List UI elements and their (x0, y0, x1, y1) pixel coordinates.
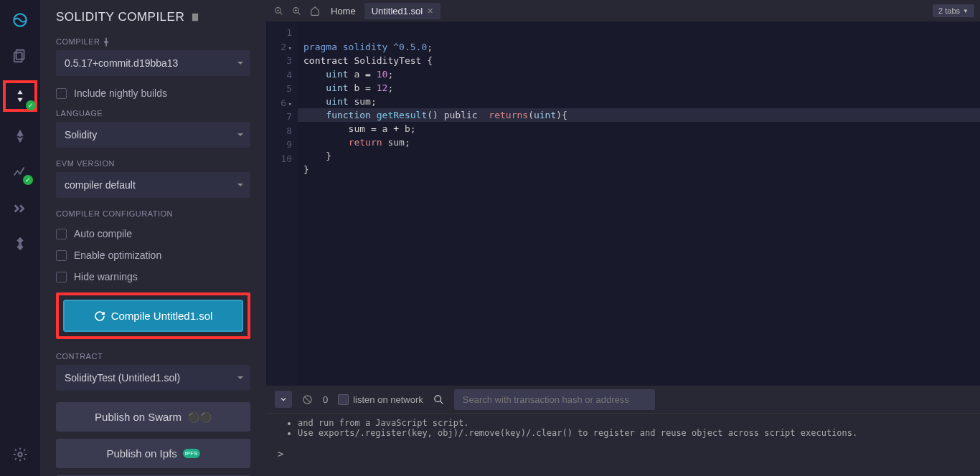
publish-ipfs-label: Publish on Ipfs (106, 447, 176, 460)
tabs-dropdown[interactable]: 2 tabs ▼ (933, 4, 974, 17)
terminal-toolbar: 0 listen on network (266, 386, 980, 413)
terminal-search-input[interactable] (454, 389, 655, 410)
settings-icon[interactable] (9, 443, 32, 466)
check-badge-icon: ✓ (26, 100, 36, 110)
evm-label: EVM VERSION (56, 159, 250, 168)
main-area: Home Untitled1.sol ✕ 2 tabs ▼ 12 ▾3456 ▾… (266, 0, 980, 476)
home-icon[interactable] (308, 6, 322, 16)
publish-swarm-button[interactable]: Publish on Swarm ⚫⚫ (56, 402, 250, 432)
editor-tabbar: Home Untitled1.sol ✕ 2 tabs ▼ (266, 0, 980, 22)
listen-label: listen on network (353, 394, 423, 405)
nightly-checkbox[interactable] (56, 88, 67, 99)
analysis-icon[interactable]: ✓ (9, 161, 32, 184)
contract-select[interactable]: SolidityTest (Untitled1.sol) (56, 365, 250, 391)
publish-ipfs-button[interactable]: Publish on Ipfs IPFS (56, 439, 250, 468)
autocompile-check-row[interactable]: Auto compile (56, 228, 250, 239)
home-tab[interactable]: Home (326, 6, 360, 16)
terminal-output: and run from a JavaScript script. Use ex… (266, 413, 980, 476)
language-label: LANGUAGE (56, 109, 250, 118)
compiler-icon[interactable]: ✓ (3, 80, 37, 112)
doc-icon (190, 12, 200, 22)
search-icon[interactable] (433, 394, 444, 405)
refresh-icon (94, 310, 105, 322)
line-gutter: 12 ▾3456 ▾78910 (266, 22, 298, 386)
compiler-select[interactable]: 0.5.17+commit.d19bba13 (56, 50, 250, 76)
listen-checkbox[interactable] (338, 394, 349, 405)
block-icon[interactable] (302, 394, 313, 405)
panel-title-text: SOLIDITY COMPILER (56, 10, 184, 24)
code-editor[interactable]: 12 ▾3456 ▾78910 pragma solidity ^0.5.0;c… (266, 22, 980, 386)
check-badge-icon: ✓ (23, 175, 33, 185)
optimization-checkbox[interactable] (56, 250, 67, 261)
publish-swarm-label: Publish on Swarm (95, 411, 182, 423)
file-tab[interactable]: Untitled1.sol ✕ (364, 3, 441, 19)
terminal-toggle-button[interactable] (275, 391, 292, 408)
optimization-label: Enable optimization (74, 249, 161, 261)
compile-button-label: Compile Untitled1.sol (111, 310, 213, 322)
hidewarn-checkbox[interactable] (56, 272, 67, 282)
autocompile-checkbox[interactable] (56, 229, 67, 239)
svg-rect-1 (17, 50, 24, 60)
svg-rect-2 (14, 52, 22, 62)
chevron-down-icon: ▼ (963, 8, 969, 14)
swarm-icon: ⚫⚫ (187, 411, 212, 423)
evm-select[interactable]: compiler default (56, 172, 250, 198)
nightly-check-row[interactable]: Include nightly builds (56, 87, 250, 99)
file-explorer-icon[interactable] (9, 44, 32, 67)
language-select[interactable]: Solidity (56, 122, 250, 148)
pending-count: 0 (323, 394, 328, 405)
svg-rect-4 (192, 14, 198, 22)
nightly-label: Include nightly builds (74, 87, 167, 99)
contract-label: CONTRACT (56, 352, 250, 361)
compiler-label: COMPILER ╋ (56, 37, 250, 46)
optimization-check-row[interactable]: Enable optimization (56, 249, 250, 261)
zoom-out-icon[interactable] (272, 6, 286, 16)
listen-network-row[interactable]: listen on network (338, 394, 423, 405)
compile-button[interactable]: Compile Untitled1.sol (63, 300, 243, 332)
autocompile-label: Auto compile (74, 228, 132, 239)
logo-icon[interactable] (9, 9, 32, 32)
hidewarn-label: Hide warnings (74, 271, 138, 282)
plugin-icon[interactable] (9, 232, 32, 255)
hidewarn-check-row[interactable]: Hide warnings (56, 271, 250, 282)
debugger-icon[interactable] (9, 196, 32, 219)
terminal-prompt[interactable]: > (278, 448, 969, 460)
tabs-count-label: 2 tabs (938, 6, 960, 15)
config-label: COMPILER CONFIGURATION (56, 209, 250, 218)
chevron-down-icon (279, 395, 288, 404)
deploy-icon[interactable] (9, 125, 32, 148)
plus-icon[interactable]: ╋ (104, 38, 109, 46)
icon-sidebar: ✓ ✓ (0, 0, 40, 476)
compile-highlight: Compile Untitled1.sol (56, 292, 250, 339)
svg-point-3 (18, 452, 22, 457)
file-tab-label: Untitled1.sol (372, 6, 423, 16)
terminal-line: and run from a JavaScript script. (298, 418, 969, 428)
close-tab-icon[interactable]: ✕ (427, 6, 433, 16)
code-content[interactable]: pragma solidity ^0.5.0;contract Solidity… (298, 22, 980, 386)
terminal-line: Use exports/.register(key, obj)/.remove(… (298, 428, 969, 438)
zoom-in-icon[interactable] (290, 6, 303, 16)
panel-title: SOLIDITY COMPILER (56, 10, 250, 24)
ipfs-icon: IPFS (183, 449, 200, 458)
compiler-panel: SOLIDITY COMPILER COMPILER ╋ 0.5.17+comm… (40, 0, 266, 476)
svg-point-8 (435, 395, 441, 401)
